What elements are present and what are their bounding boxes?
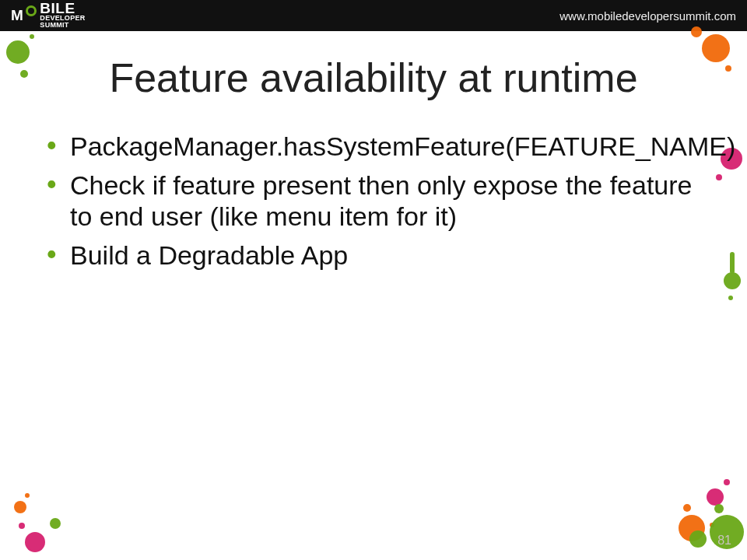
logo-line1: BILE <box>40 2 85 15</box>
list-item: Check if feature present then only expos… <box>45 170 702 232</box>
logo-line3: SUMMIT <box>40 22 85 29</box>
paint-splatter-icon <box>25 532 45 552</box>
list-item: PackageManager.hasSystemFeature(FEATURE_… <box>45 131 702 162</box>
slide-body: PackageManager.hasSystemFeature(FEATURE_… <box>45 131 702 278</box>
logo-o-icon <box>26 5 37 16</box>
bullet-list: PackageManager.hasSystemFeature(FEATURE_… <box>45 131 702 271</box>
list-item: Build a Degradable App <box>45 240 702 271</box>
paint-splatter-icon <box>50 518 61 529</box>
page-number: 81 <box>717 534 731 548</box>
top-bar: M BILE DEVELOPER SUMMIT www.mobiledevelo… <box>0 0 747 31</box>
paint-splatter-icon <box>14 501 26 513</box>
header-url: www.mobiledevelopersummit.com <box>559 9 736 23</box>
logo: M BILE DEVELOPER SUMMIT <box>11 2 86 29</box>
slide: M BILE DEVELOPER SUMMIT www.mobiledevelo… <box>0 0 747 560</box>
paint-splatter-icon <box>707 488 724 506</box>
slide-title: Feature availability at runtime <box>0 54 747 101</box>
paint-splatter-icon <box>724 272 741 289</box>
